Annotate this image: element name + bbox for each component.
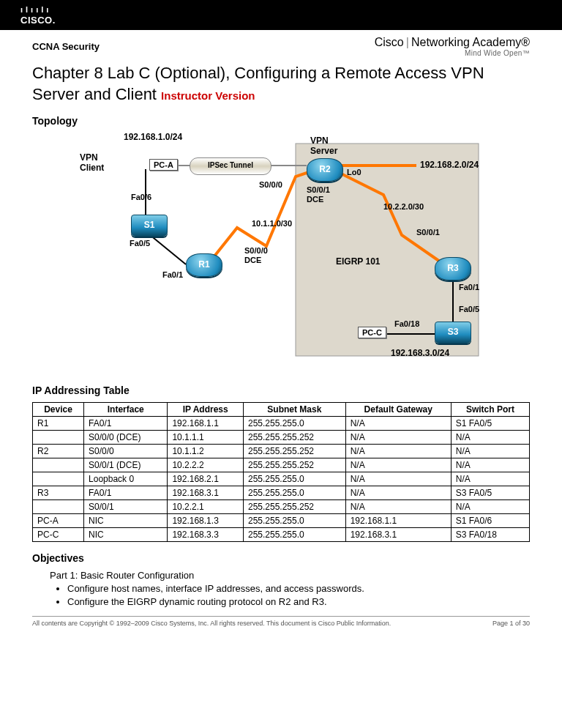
table-row: PC-ANIC192.168.1.3255.255.255.0192.168.1… xyxy=(33,514,530,528)
table-cell: 10.1.1.1 xyxy=(168,431,244,445)
table-cell: N/A xyxy=(345,417,451,431)
ip-addressing-table: DeviceInterfaceIP AddressSubnet MaskDefa… xyxy=(32,402,530,542)
label-fa018: Fa0/18 xyxy=(394,319,419,329)
section-topology: Topology xyxy=(32,115,530,127)
table-header: Interface xyxy=(84,403,168,417)
table-cell: S3 FA0/18 xyxy=(451,528,529,542)
table-cell: PC-A xyxy=(33,514,84,528)
table-cell: 255.255.255.252 xyxy=(243,445,345,458)
table-cell: 255.255.255.252 xyxy=(243,431,345,445)
label-net2: 192.168.2.0/24 xyxy=(420,160,479,171)
label-eigrp: EIGRP 101 xyxy=(336,257,380,267)
label-lo0: Lo0 xyxy=(347,168,361,177)
label-fa01-b: Fa0/1 xyxy=(459,283,479,292)
acad-sep-icon: | xyxy=(406,36,409,48)
table-cell: 255.255.255.0 xyxy=(243,417,345,431)
ipsec-tunnel: IPSec Tunnel xyxy=(190,157,271,175)
table-cell: 10.2.2.2 xyxy=(168,458,244,472)
table-cell: N/A xyxy=(345,472,451,486)
table-cell: N/A xyxy=(451,431,529,445)
table-header: Switch Port xyxy=(451,403,529,417)
label-s001-dce: S0/0/1 DCE xyxy=(307,185,330,204)
label-net1: 192.168.1.0/24 xyxy=(124,133,182,143)
table-row: R3FA0/1192.168.3.1255.255.255.0N/AS3 FA0… xyxy=(33,486,530,500)
table-cell: S1 FA0/6 xyxy=(451,514,529,528)
table-cell: NIC xyxy=(84,514,168,528)
objective-part1: Part 1: Basic Router Configuration xyxy=(50,570,530,581)
table-cell: FA0/1 xyxy=(84,486,168,500)
table-cell: 192.168.3.1 xyxy=(168,486,244,500)
table-row: S0/0/0 (DCE)10.1.1.1255.255.255.252N/AN/… xyxy=(33,431,530,445)
table-cell: NIC xyxy=(84,528,168,542)
table-cell: N/A xyxy=(345,458,451,472)
table-row: S0/0/110.2.2.1255.255.255.252N/AN/A xyxy=(33,500,530,514)
table-cell: 255.255.255.0 xyxy=(243,514,345,528)
table-cell: S0/0/1 (DCE) xyxy=(84,458,168,472)
table-cell: 192.168.3.3 xyxy=(168,528,244,542)
table-cell: 192.168.1.1 xyxy=(168,417,244,431)
table-cell: 255.255.255.0 xyxy=(243,528,345,542)
label-fa06: Fa0/6 xyxy=(131,193,151,202)
table-cell: N/A xyxy=(451,458,529,472)
table-cell: N/A xyxy=(345,486,451,500)
table-cell: 255.255.255.0 xyxy=(243,472,345,486)
label-fa01-a: Fa0/1 xyxy=(162,270,183,280)
label-vpn-server: VPN Server xyxy=(310,136,337,157)
table-cell: 192.168.3.1 xyxy=(345,528,451,542)
table-cell: N/A xyxy=(451,472,529,486)
table-cell: S0/0/0 xyxy=(84,445,168,458)
label-fa05-a: Fa0/5 xyxy=(130,239,150,248)
label-s000-dce: S0/0/0 DCE xyxy=(244,246,268,264)
table-row: R2S0/0/010.1.1.2255.255.255.252N/AN/A xyxy=(33,445,530,458)
table-cell: N/A xyxy=(345,500,451,514)
table-cell: N/A xyxy=(345,431,451,445)
table-cell: 10.1.1.2 xyxy=(168,445,244,458)
table-cell: 192.168.2.1 xyxy=(168,472,244,486)
footer-copyright: All contents are Copyright © 1992–2009 C… xyxy=(32,620,391,627)
table-header: Default Gateway xyxy=(345,403,451,417)
instructor-version-label: Instructor Version xyxy=(161,89,255,102)
table-row: S0/0/1 (DCE)10.2.2.2255.255.255.252N/AN/… xyxy=(33,458,530,472)
topology-diagram: 192.168.1.0/24 VPN Client VPN Server 192… xyxy=(76,133,486,374)
label-net1022: 10.2.2.0/30 xyxy=(383,202,424,212)
table-cell: 255.255.255.0 xyxy=(243,486,345,500)
table-cell: 10.2.2.1 xyxy=(168,500,244,514)
cisco-bars-icon: ılıılı xyxy=(20,6,542,14)
course-label: CCNA Security xyxy=(32,41,100,52)
label-net3: 192.168.3.0/24 xyxy=(391,349,449,359)
table-cell: 255.255.255.252 xyxy=(243,500,345,514)
table-row: PC-CNIC192.168.3.3255.255.255.0192.168.3… xyxy=(33,528,530,542)
table-cell: S0/0/0 (DCE) xyxy=(84,431,168,445)
table-cell: R3 xyxy=(33,486,84,500)
table-cell: N/A xyxy=(451,500,529,514)
title-main: Chapter 8 Lab C (Optional), Configuring … xyxy=(32,64,484,103)
table-cell: S0/0/1 xyxy=(84,500,168,514)
page-title: Chapter 8 Lab C (Optional), Configuring … xyxy=(32,63,530,105)
router-r3-icon: R3 xyxy=(435,257,471,281)
label-fa05-b: Fa0/5 xyxy=(459,305,479,314)
table-cell: FA0/1 xyxy=(84,417,168,431)
table-cell: 255.255.255.252 xyxy=(243,458,345,472)
label-net1011: 10.1.1.0/30 xyxy=(252,219,292,229)
pc-a-label: PC-A xyxy=(149,159,178,171)
switch-s3-icon: S3 xyxy=(435,322,471,343)
label-vpn-client: VPN Client xyxy=(80,153,104,174)
table-cell xyxy=(33,431,84,445)
table-cell: Loopback 0 xyxy=(84,472,168,486)
pc-c-label: PC-C xyxy=(358,327,386,338)
acad-tagline: Mind Wide Open™ xyxy=(375,49,530,57)
table-cell: R1 xyxy=(33,417,84,431)
cisco-logo-text: CISCO. xyxy=(20,15,542,26)
table-row: Loopback 0192.168.2.1255.255.255.0N/AN/A xyxy=(33,472,530,486)
academy-brand: Cisco|Networking Academy® Mind Wide Open… xyxy=(375,36,530,57)
table-cell: 192.168.1.3 xyxy=(168,514,244,528)
section-ip-table: IP Addressing Table xyxy=(32,385,530,396)
objectives-list: Configure host names, interface IP addre… xyxy=(67,583,530,607)
router-r2-icon: R2 xyxy=(307,158,343,182)
router-r1-icon: R1 xyxy=(186,253,222,277)
table-cell: 192.168.1.1 xyxy=(345,514,451,528)
table-cell: R2 xyxy=(33,445,84,458)
section-objectives: Objectives xyxy=(32,552,530,564)
objective-bullet: Configure the EIGRP dynamic routing prot… xyxy=(67,596,530,607)
table-row: R1FA0/1192.168.1.1255.255.255.0N/AS1 FA0… xyxy=(33,417,530,431)
